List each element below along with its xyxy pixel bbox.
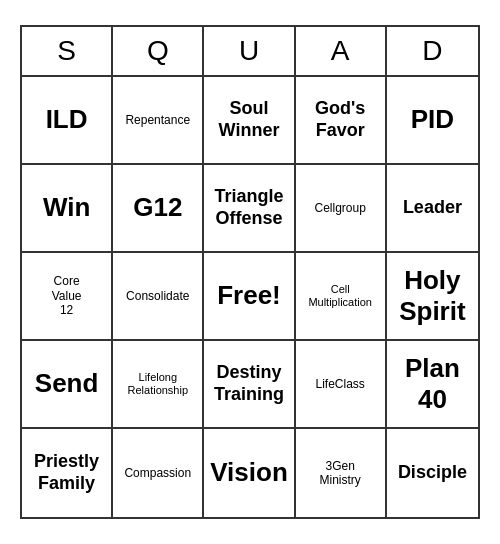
cell-label: 3Gen Ministry <box>320 459 361 488</box>
cell-label: God's Favor <box>315 98 365 141</box>
bingo-cell: Leader <box>387 165 478 253</box>
bingo-cell: PID <box>387 77 478 165</box>
cell-label: Win <box>43 192 90 223</box>
bingo-cell: Disciple <box>387 429 478 517</box>
cell-label: Disciple <box>398 462 467 484</box>
cell-label: Cellgroup <box>315 201 366 215</box>
header-letter: Q <box>113 27 204 75</box>
bingo-card: SQUAD ILDRepentanceSoul WinnerGod's Favo… <box>20 25 480 519</box>
bingo-cell: Repentance <box>113 77 204 165</box>
cell-label: LifeClass <box>316 377 365 391</box>
cell-label: Core Value 12 <box>52 274 82 317</box>
bingo-cell: LifeClass <box>296 341 387 429</box>
header-letter: D <box>387 27 478 75</box>
bingo-cell: Holy Spirit <box>387 253 478 341</box>
bingo-cell: Consolidate <box>113 253 204 341</box>
cell-label: Compassion <box>124 466 191 480</box>
cell-label: Plan 40 <box>405 353 460 415</box>
cell-label: Send <box>35 368 99 399</box>
bingo-cell: Plan 40 <box>387 341 478 429</box>
bingo-cell: Lifelong Relationship <box>113 341 204 429</box>
cell-label: Destiny Training <box>214 362 284 405</box>
cell-label: G12 <box>133 192 182 223</box>
bingo-cell: Vision <box>204 429 295 517</box>
header-row: SQUAD <box>22 27 478 77</box>
bingo-cell: 3Gen Ministry <box>296 429 387 517</box>
header-letter: A <box>296 27 387 75</box>
bingo-cell: Cell Multiplication <box>296 253 387 341</box>
bingo-cell: ILD <box>22 77 113 165</box>
cell-label: PID <box>411 104 454 135</box>
cell-label: ILD <box>46 104 88 135</box>
cell-label: Holy Spirit <box>399 265 465 327</box>
cell-label: Leader <box>403 197 462 219</box>
cell-label: Repentance <box>125 113 190 127</box>
cell-label: Cell Multiplication <box>308 283 372 309</box>
header-letter: U <box>204 27 295 75</box>
cell-label: Triangle Offense <box>214 186 283 229</box>
bingo-cell: Core Value 12 <box>22 253 113 341</box>
header-letter: S <box>22 27 113 75</box>
bingo-cell: G12 <box>113 165 204 253</box>
bingo-cell: Destiny Training <box>204 341 295 429</box>
bingo-cell: Win <box>22 165 113 253</box>
bingo-cell: God's Favor <box>296 77 387 165</box>
cell-label: Free! <box>217 280 281 311</box>
bingo-cell: Compassion <box>113 429 204 517</box>
bingo-cell: Free! <box>204 253 295 341</box>
bingo-cell: Send <box>22 341 113 429</box>
bingo-cell: Triangle Offense <box>204 165 295 253</box>
bingo-cell: Soul Winner <box>204 77 295 165</box>
cell-label: Soul Winner <box>219 98 280 141</box>
cell-label: Priestly Family <box>34 451 99 494</box>
cell-label: Vision <box>210 457 288 488</box>
bingo-cell: Cellgroup <box>296 165 387 253</box>
cell-label: Lifelong Relationship <box>128 371 189 397</box>
bingo-grid: ILDRepentanceSoul WinnerGod's FavorPIDWi… <box>22 77 478 517</box>
bingo-cell: Priestly Family <box>22 429 113 517</box>
cell-label: Consolidate <box>126 289 189 303</box>
